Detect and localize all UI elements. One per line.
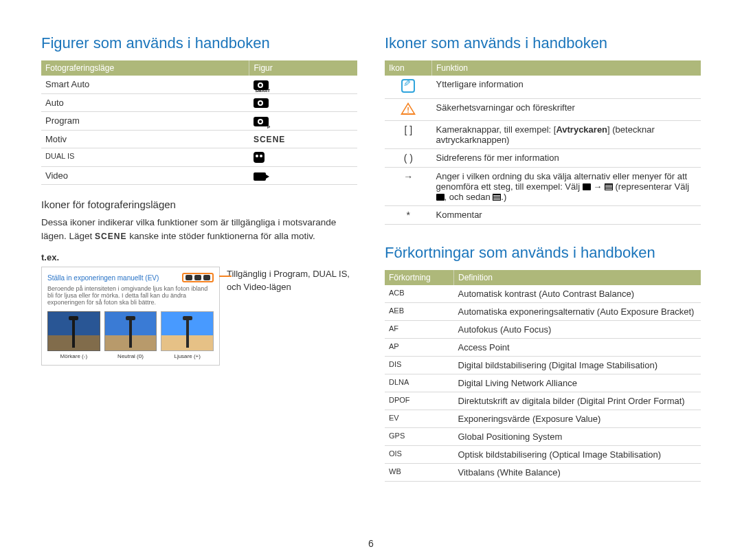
abbr-key: WB xyxy=(385,464,454,482)
thumb-light: Ljusare (+) xyxy=(161,311,214,359)
table-row: EVExponeringsvärde (Exposure Value) xyxy=(385,410,701,428)
figure-scene-icon: SCENE xyxy=(249,130,357,148)
mode-label: DUAL IS xyxy=(41,148,249,167)
mode-label: Program xyxy=(41,112,249,131)
mode-label: Motiv xyxy=(41,130,249,148)
table-row: DPOFDirektutskrift av digitala bilder (D… xyxy=(385,392,701,410)
abbr-key: OIS xyxy=(385,446,454,464)
abbr-col-key: Förkortning xyxy=(385,270,454,285)
abbr-col-def: Definition xyxy=(454,270,701,285)
desc-tail1: (representerar Välj xyxy=(616,181,690,192)
icon-desc: Kameraknappar, till exempel: [Avtryckare… xyxy=(432,121,701,149)
scene-icon: SCENE xyxy=(95,232,126,241)
abbr-definition: Global Positioning System xyxy=(454,428,701,446)
table-row: ( ) Sidreferens för mer information xyxy=(385,149,701,168)
figure-smart-auto-icon: SMART xyxy=(249,76,357,93)
arrow-icon: → xyxy=(385,168,432,206)
abbr-definition: Autofokus (Auto Focus) xyxy=(454,321,701,339)
right-column: Ikoner som används i handboken Ikon Funk… xyxy=(385,34,701,546)
example-title-text: Ställa in exponeringen manuellt (EV) xyxy=(47,274,159,282)
figure-dual-is-icon xyxy=(249,148,357,167)
table-row: GPSGlobal Positioning System xyxy=(385,428,701,446)
desc-tail2: , och sedan xyxy=(445,192,493,202)
icon-desc: Säkerhetsvarningar och föreskrifter xyxy=(432,99,701,121)
heading-icons: Ikoner som används i handboken xyxy=(385,34,701,52)
abbr-key: DPOF xyxy=(385,392,454,410)
abbr-key: DLNA xyxy=(385,374,454,392)
abbr-key: AEB xyxy=(385,303,454,321)
page-number: 6 xyxy=(368,538,374,549)
desc-tail3: .) xyxy=(501,192,506,202)
sub-heading-icons: Ikoner för fotograferingslägen xyxy=(41,199,357,210)
manual-page: Figurer som används i handboken Fotograf… xyxy=(0,0,742,560)
thumb-dark: Mörkare (-) xyxy=(47,311,100,359)
table-row: Smart Auto SMART xyxy=(41,76,357,93)
menu-icon xyxy=(493,194,501,201)
example-blurb: Beroende på intensiteten i omgivande lju… xyxy=(47,285,214,306)
example-annotation: Tillgänglig i Program, DUAL IS, och Vide… xyxy=(227,267,357,293)
figure-auto-icon xyxy=(249,93,357,112)
intro-paragraph: Dessa ikoner indikerar vilka funktioner … xyxy=(41,216,357,243)
parens-icon: ( ) xyxy=(385,149,432,168)
example-box: Ställa in exponeringen manuellt (EV) Ber… xyxy=(41,267,220,366)
abbr-definition: Access Point xyxy=(454,339,701,357)
menu-icon xyxy=(605,183,613,190)
thumb-neutral: Neutral (0) xyxy=(104,311,157,359)
abbr-definition: Exponeringsvärde (Exposure Value) xyxy=(454,410,701,428)
icon-desc: Ytterligare information xyxy=(432,76,701,99)
icon-desc: Sidreferens för mer information xyxy=(432,149,701,168)
mode-chip xyxy=(182,273,214,282)
table-row: Motiv SCENE xyxy=(41,130,357,148)
heading-abbr: Förkortningar som används i handboken xyxy=(385,244,701,262)
abbr-key: EV xyxy=(385,410,454,428)
intro-post: kanske inte stöder funktionerna för alla… xyxy=(129,231,315,241)
warn-icon: ! xyxy=(385,99,432,121)
mode-label: Auto xyxy=(41,93,249,112)
table-row: Auto xyxy=(41,93,357,112)
icons-col-function: Funktion xyxy=(432,60,701,76)
play-icon xyxy=(436,194,445,201)
abbr-definition: Automatisk kontrast (Auto Contrast Balan… xyxy=(454,285,701,303)
play-icon xyxy=(583,183,591,190)
mode-label: Video xyxy=(41,167,249,185)
abbr-key: AF xyxy=(385,321,454,339)
example-thumbs: Mörkare (-) Neutral (0) Ljusare (+) xyxy=(47,311,214,359)
info-icon xyxy=(385,76,432,99)
abbr-key: AP xyxy=(385,339,454,357)
example-label: t.ex. xyxy=(41,252,357,262)
asterisk-icon: * xyxy=(385,206,432,225)
abbr-key: ACB xyxy=(385,285,454,303)
table-row: AFAutofokus (Auto Focus) xyxy=(385,321,701,339)
table-row: DISDigital bildstabilisering (Digital Im… xyxy=(385,357,701,374)
table-row: DLNADigital Living Network Alliance xyxy=(385,374,701,392)
table-row: Program P xyxy=(41,112,357,131)
abbr-definition: Optisk bildstabilisering (Optical Image … xyxy=(454,446,701,464)
table-row: Ytterligare information xyxy=(385,76,701,99)
table-row: WBVitbalans (White Balance) xyxy=(385,464,701,482)
figure-video-icon xyxy=(249,167,357,185)
table-row: AEBAutomatiska exponeringsalternativ (Au… xyxy=(385,303,701,321)
thumb-label: Neutral (0) xyxy=(104,353,157,359)
table-row: APAccess Point xyxy=(385,339,701,357)
table-row: → Anger i vilken ordning du ska välja al… xyxy=(385,168,701,206)
table-row: [ ] Kameraknappar, till exempel: [Avtryc… xyxy=(385,121,701,149)
icons-col-icon: Ikon xyxy=(385,60,432,76)
abbr-definition: Vitbalans (White Balance) xyxy=(454,464,701,482)
abbr-table: Förkortning Definition ACBAutomatisk kon… xyxy=(385,270,701,482)
left-column: Figurer som används i handboken Fotograf… xyxy=(41,34,357,546)
mode-label: Smart Auto xyxy=(41,76,249,93)
table-row: DUAL IS xyxy=(41,148,357,167)
abbr-definition: Automatiska exponeringsalternativ (Auto … xyxy=(454,303,701,321)
table-row: ! Säkerhetsvarningar och föreskrifter xyxy=(385,99,701,121)
table-row: * Kommentar xyxy=(385,206,701,225)
abbr-definition: Digital bildstabilisering (Digital Image… xyxy=(454,357,701,374)
abbr-definition: Digital Living Network Alliance xyxy=(454,374,701,392)
desc-pre: Kameraknappar, till exempel: [ xyxy=(436,124,556,135)
heading-figures: Figurer som används i handboken xyxy=(41,34,357,52)
desc-bold: Avtryckaren xyxy=(556,124,607,135)
table-row: ACBAutomatisk kontrast (Auto Contrast Ba… xyxy=(385,285,701,303)
icon-desc: Kommentar xyxy=(432,206,701,225)
thumb-label: Mörkare (-) xyxy=(47,353,100,359)
brackets-icon: [ ] xyxy=(385,121,432,149)
example-wrap: Ställa in exponeringen manuellt (EV) Ber… xyxy=(41,267,357,366)
